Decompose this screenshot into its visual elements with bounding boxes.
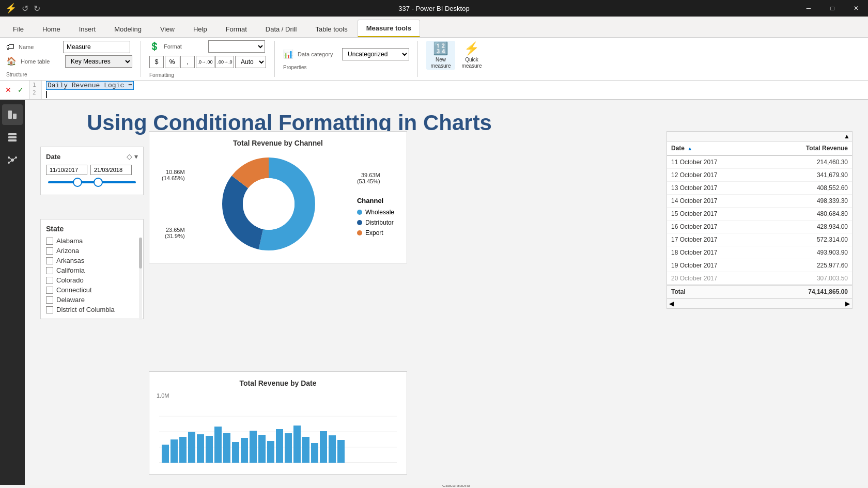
svg-rect-28 <box>232 442 239 463</box>
table-row: 15 October 2017 480,684.80 <box>667 208 852 221</box>
tab-home[interactable]: Home <box>34 21 69 37</box>
date-slicer: Date ◇ ▾ <box>40 147 144 195</box>
date-slider-thumb-left[interactable] <box>73 178 82 187</box>
state-item-connecticut: Connecticut <box>46 286 138 294</box>
tab-modeling[interactable]: Modeling <box>105 21 150 37</box>
state-checkbox-california[interactable] <box>46 267 53 274</box>
comma-btn[interactable]: , <box>180 56 195 68</box>
table-row: 16 October 2017 428,934.00 <box>667 221 852 233</box>
tab-table-tools[interactable]: Table tools <box>306 21 356 37</box>
line-numbers: 1 2 <box>29 81 42 99</box>
nav-model-icon[interactable] <box>2 150 23 170</box>
formula-cancel-btn[interactable]: ✕ <box>3 85 13 95</box>
state-checkbox-delaware[interactable] <box>46 296 53 304</box>
td-rev-8: 493,903.90 <box>791 249 848 256</box>
formula-line-2 <box>46 90 864 98</box>
undo-btn[interactable]: ↺ <box>22 4 28 13</box>
nav-report-icon[interactable] <box>2 104 23 125</box>
td-date-8: 18 October 2017 <box>671 249 791 256</box>
data-category-select[interactable]: Uncategorized <box>342 48 409 60</box>
nav-table-icon[interactable] <box>2 127 23 148</box>
state-checkbox-alabama[interactable] <box>46 238 53 245</box>
state-scrollbar-thumb[interactable] <box>139 238 142 269</box>
decimal-increase-btn[interactable]: .0→.00 <box>196 56 214 68</box>
formula-confirm-btn[interactable]: ✓ <box>16 85 26 95</box>
state-scrollbar[interactable] <box>139 238 142 320</box>
state-checkbox-colorado[interactable] <box>46 277 53 284</box>
state-slicer-title: State <box>46 225 138 233</box>
td-rev-3: 408,552.60 <box>791 184 848 192</box>
donut-label-bottom: 23.65M (31.9%) <box>162 227 185 239</box>
bar-y-label: 1.0M <box>157 392 399 399</box>
home-table-label: Home table <box>21 58 62 65</box>
state-checkbox-dc[interactable] <box>46 306 53 313</box>
table-row: 13 October 2017 408,552.60 <box>667 182 852 195</box>
cursor <box>46 91 47 98</box>
home-table-select[interactable]: Key Measures <box>65 55 132 68</box>
auto-select[interactable]: Auto <box>235 56 266 68</box>
donut-chart: Total Revenue by Channel 10.86M (14.65%)… <box>149 131 407 263</box>
tab-insert[interactable]: Insert <box>70 21 105 37</box>
formula-bar: ✕ ✓ 1 2 Daily Revenue Logic = <box>0 81 868 100</box>
td-rev-10: 307,003.50 <box>791 275 848 282</box>
state-checkbox-arkansas[interactable] <box>46 257 53 264</box>
svg-rect-31 <box>258 435 266 463</box>
tab-measure-tools[interactable]: Measure tools <box>358 20 420 37</box>
currency-btn[interactable]: $ <box>149 56 164 68</box>
table-body[interactable]: 11 October 2017 214,460.30 12 October 20… <box>667 156 852 298</box>
left-nav <box>0 100 25 485</box>
tab-view[interactable]: View <box>151 21 183 37</box>
table-row: 18 October 2017 493,903.90 <box>667 246 852 259</box>
donut-chart-title: Total Revenue by Channel <box>157 139 399 147</box>
th-date: Date ▲ <box>671 145 791 152</box>
table-scroll-left-btn[interactable]: ◀ <box>669 300 674 307</box>
ribbon-group-properties: 📊 Data category Uncategorized Properties <box>283 41 418 77</box>
tab-help[interactable]: Help <box>184 21 216 37</box>
minimize-btn[interactable]: ─ <box>797 0 820 17</box>
table-row: 17 October 2017 572,314.00 <box>667 233 852 246</box>
formula-input-area[interactable]: Daily Revenue Logic = <box>42 81 868 99</box>
state-checkbox-connecticut[interactable] <box>46 287 53 294</box>
percent-btn[interactable]: % <box>165 56 179 68</box>
new-measure-btn[interactable]: 🔢 Newmeasure <box>426 41 455 70</box>
state-item-california: California <box>46 266 138 274</box>
formula-text: Daily Revenue Logic = <box>46 81 134 90</box>
svg-rect-4 <box>8 139 17 141</box>
td-date-10: 20 October 2017 <box>671 275 791 282</box>
formatting-label: Formatting <box>149 72 174 78</box>
slicer-chevron-icon[interactable]: ▾ <box>134 152 138 161</box>
sort-indicator: ▲ <box>687 146 692 151</box>
donut-svg <box>217 152 320 256</box>
legend-dot-wholesale <box>357 210 362 215</box>
svg-rect-34 <box>285 433 292 463</box>
tab-file[interactable]: File <box>4 21 33 37</box>
close-btn[interactable]: ✕ <box>844 0 868 17</box>
svg-rect-35 <box>293 426 301 463</box>
maximize-btn[interactable]: □ <box>820 0 844 17</box>
svg-rect-3 <box>8 136 17 138</box>
td-date-1: 11 October 2017 <box>671 159 791 166</box>
tab-data-drill[interactable]: Data / Drill <box>257 21 306 37</box>
decimal-decrease-btn[interactable]: .00→.0 <box>215 56 234 68</box>
date-to-input[interactable] <box>90 165 132 175</box>
slicer-diamond-icon[interactable]: ◇ <box>127 152 132 161</box>
format-select[interactable] <box>208 40 265 53</box>
date-slicer-title: Date <box>46 153 60 161</box>
formula-line-1: Daily Revenue Logic = <box>46 82 864 89</box>
date-slider-thumb-right[interactable] <box>94 178 103 187</box>
svg-rect-23 <box>188 432 195 463</box>
td-date-4: 14 October 2017 <box>671 197 791 204</box>
table-scroll-up-btn[interactable]: ▲ <box>844 133 850 140</box>
date-from-input[interactable] <box>46 165 87 175</box>
ribbon-group-structure: 🏷 Name 🏠 Home table Key Measures Structu… <box>6 41 141 77</box>
state-checkbox-arizona[interactable] <box>46 247 53 255</box>
quick-measure-btn[interactable]: ⚡ Quickmeasure <box>457 41 486 70</box>
table-total-row: Total 74,141,865.00 <box>667 285 852 298</box>
tab-format[interactable]: Format <box>217 21 256 37</box>
ribbon: File Home Insert Modeling View Help Form… <box>0 17 868 81</box>
tab-bar: File Home Insert Modeling View Help Form… <box>0 17 868 37</box>
redo-btn[interactable]: ↻ <box>34 4 40 13</box>
data-category-icon: 📊 <box>283 49 293 59</box>
name-input[interactable] <box>63 41 130 53</box>
table-scroll-right-btn[interactable]: ▶ <box>845 300 850 307</box>
